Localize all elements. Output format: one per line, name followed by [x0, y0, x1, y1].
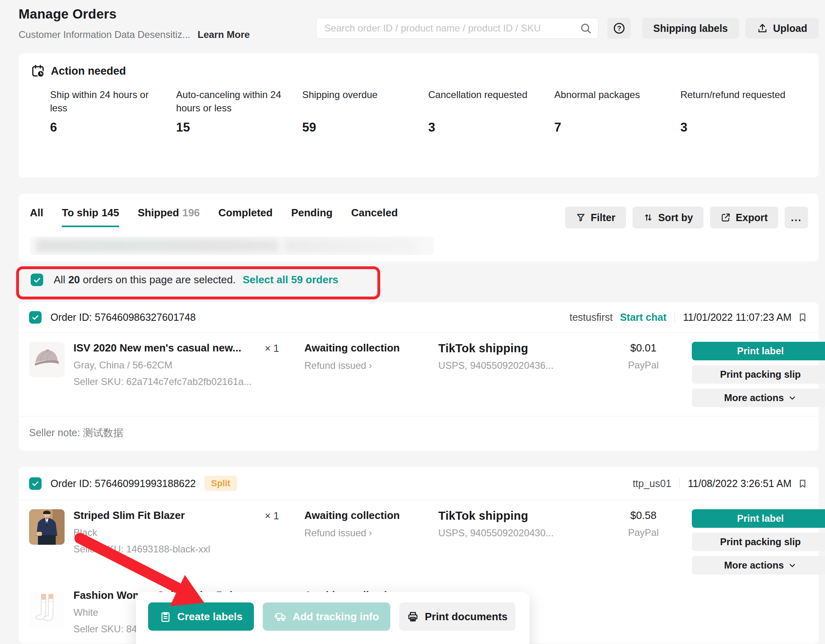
selected-count: 20: [68, 274, 80, 286]
upload-button[interactable]: Upload: [745, 18, 819, 39]
order-item-row: ISV 2020 New men's casual new... Gray, C…: [19, 333, 819, 416]
tab-to-ship[interactable]: To ship145: [62, 207, 119, 227]
select-all-orders-link[interactable]: Select all 59 orders: [243, 274, 338, 286]
shipping-method: TikTok shipping: [438, 509, 595, 523]
bulk-actions-toolbar: Create labels Add tracking info Print do…: [136, 592, 530, 644]
tab-canceled[interactable]: Canceled: [351, 207, 398, 227]
divider: [674, 313, 675, 322]
item-quantity: × 1: [265, 342, 295, 354]
manage-orders-page: Manage Orders Customer Information Data …: [0, 0, 825, 644]
tab-count: 145: [102, 207, 119, 219]
refund-status-link[interactable]: Refund issued›: [304, 527, 429, 539]
page-header: Manage Orders Customer Information Data …: [0, 0, 825, 40]
seller-note: Seller note: 测试数据: [19, 416, 819, 451]
order-header: Order ID: 576460986327601748 testusfirst…: [19, 302, 819, 332]
chevron-down-icon: [788, 393, 797, 402]
print-packing-slip-button[interactable]: Print packing slip: [692, 365, 825, 384]
product-info: ISV 2020 New men's casual new... Gray, C…: [73, 342, 256, 387]
tab-completed[interactable]: Completed: [218, 207, 272, 227]
product-sku: Seller SKU: 62a714c7efc7ab2fb02161a...: [73, 376, 256, 387]
filter-label: Filter: [591, 212, 616, 224]
stat-value: 15: [176, 120, 302, 135]
filter-button[interactable]: Filter: [565, 207, 626, 228]
bookmark-icon[interactable]: [797, 312, 808, 323]
desensitization-notice: Customer Information Data Desensitiz...: [19, 29, 191, 40]
tab-pending[interactable]: Pending: [291, 207, 333, 227]
learn-more-link[interactable]: Learn More: [198, 29, 250, 40]
order-status: Awaiting collection: [304, 509, 429, 522]
product-title[interactable]: Striped Slim Fit Blazer: [73, 509, 256, 522]
stat-label: Cancellation requested: [428, 88, 537, 119]
order-header: Order ID: 576460991993188622 Split ttp_u…: [19, 467, 819, 500]
selection-banner: All 20 orders on this page are selected.…: [0, 261, 825, 297]
buyer-username: testusfirst: [570, 312, 613, 323]
print-packing-slip-button[interactable]: Print packing slip: [692, 533, 825, 551]
print-label-button[interactable]: Print label: [692, 342, 825, 360]
check-icon: [31, 313, 40, 322]
stat-value: 3: [428, 120, 554, 135]
product-image-cap[interactable]: [29, 342, 65, 377]
tab-count: 196: [182, 207, 200, 219]
tab-all[interactable]: All: [30, 207, 43, 227]
order-checkbox[interactable]: [29, 311, 42, 324]
stat-cancellation-requested[interactable]: Cancellation requested 3: [428, 88, 554, 135]
payment-method: PayPal: [604, 527, 683, 538]
refund-status-link[interactable]: Refund issued›: [304, 360, 429, 371]
stat-abnormal-packages[interactable]: Abnormal packages 7: [554, 88, 680, 135]
print-documents-button[interactable]: Print documents: [399, 602, 515, 631]
sort-icon: [643, 212, 653, 223]
stat-ship-24h[interactable]: Ship within 24 hours or less 6: [50, 88, 176, 135]
more-actions-button[interactable]: More actions: [692, 389, 825, 407]
search-input[interactable]: [325, 23, 580, 34]
order-total: $0.01: [604, 342, 683, 354]
product-info: Striped Slim Fit Blazer Black Seller SKU…: [73, 509, 256, 555]
tab-shipped[interactable]: Shipped196: [138, 207, 200, 227]
order-search-box[interactable]: [316, 18, 599, 39]
help-button[interactable]: ?: [607, 18, 631, 39]
select-all-checkbox[interactable]: [31, 274, 43, 286]
order-item-row: Striped Slim Fit Blazer Black Seller SKU…: [19, 500, 819, 583]
printer-icon: [407, 611, 419, 623]
print-label-button[interactable]: Print label: [692, 509, 825, 528]
bookmark-icon[interactable]: [797, 478, 808, 489]
header-actions: ? Shipping labels Upload: [316, 18, 819, 39]
tracking-number: USPS, 94055092020436...: [438, 360, 595, 371]
action-needed-stats: Ship within 24 hours or less 6 Auto-canc…: [31, 88, 806, 135]
product-title[interactable]: ISV 2020 New men's casual new...: [73, 342, 256, 354]
stat-return-refund[interactable]: Return/refund requested 3: [681, 88, 806, 135]
order-checkbox[interactable]: [29, 477, 42, 490]
stat-shipping-overdue[interactable]: Shipping overdue 59: [302, 88, 428, 135]
product-sku: Seller SKU: 14693188-black-xxl: [73, 544, 256, 555]
redacted-blur: [36, 239, 278, 252]
divider: [679, 479, 680, 488]
status-block: Awaiting collection Refund issued›: [304, 509, 429, 539]
stat-label: Shipping overdue: [302, 88, 411, 119]
start-chat-link[interactable]: Start chat: [620, 312, 666, 323]
shipping-labels-button[interactable]: Shipping labels: [642, 18, 739, 39]
stat-value: 3: [681, 120, 806, 135]
product-variant: Gray, China / 56-62CM: [73, 360, 256, 371]
create-labels-button[interactable]: Create labels: [148, 602, 254, 631]
order-tabs: All To ship145 Shipped196 Completed Pend…: [30, 207, 398, 227]
order-id: Order ID: 576460991993188622: [50, 478, 196, 489]
stat-auto-cancel[interactable]: Auto-canceling within 24 hours or less 1…: [176, 88, 302, 135]
truck-icon: [274, 610, 287, 623]
product-image-socks[interactable]: [29, 592, 65, 628]
filter-icon: [576, 212, 586, 223]
upload-icon: [757, 23, 768, 34]
check-icon: [33, 276, 42, 284]
chevron-right-icon: ›: [369, 527, 372, 538]
redacted-filter-chips: [30, 236, 433, 255]
add-tracking-info-button[interactable]: Add tracking info: [263, 602, 390, 631]
stat-value: 6: [50, 120, 176, 135]
shipping-labels-label: Shipping labels: [653, 23, 728, 34]
product-image-blazer[interactable]: [29, 509, 65, 545]
search-icon[interactable]: [580, 22, 592, 34]
more-actions-button[interactable]: More actions: [692, 556, 825, 575]
ellipsis-icon: ...: [791, 212, 802, 224]
more-options-button[interactable]: ...: [785, 207, 808, 228]
action-needed-header: Action needed: [31, 64, 806, 78]
shipping-method: TikTok shipping: [438, 342, 595, 355]
export-button[interactable]: Export: [710, 207, 778, 228]
sort-by-button[interactable]: Sort by: [632, 207, 704, 228]
